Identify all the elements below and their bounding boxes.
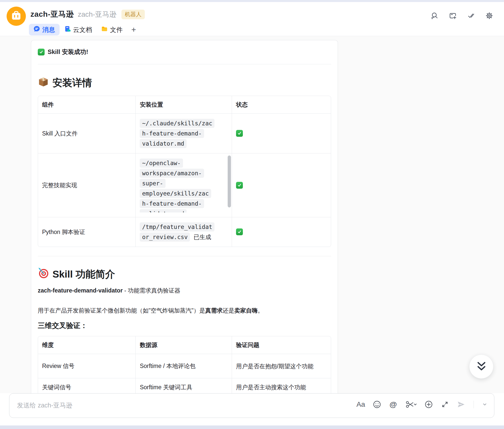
chat-bubble-icon: [33, 26, 40, 34]
table-row: Skill 入口文件 ~/.claude/skills/zac h-featur…: [38, 114, 331, 153]
briefcase-icon: [11, 10, 22, 22]
status-cell: [232, 114, 331, 153]
skill-name: zach-feature-demand-validator: [38, 287, 123, 294]
double-check-icon[interactable]: [467, 12, 475, 20]
emoji-icon[interactable]: [373, 400, 381, 409]
install-col-location: 安装位置: [136, 96, 232, 114]
code-chip: workspace/amazon-: [140, 169, 204, 178]
location-cell: ~/.claude/skills/zac h-feature-demand- v…: [136, 114, 232, 153]
settings-gear-icon[interactable]: [485, 12, 493, 20]
code-chip: /tmp/feature_validat: [140, 222, 214, 231]
table-row: Python 脚本验证 /tmp/feature_validat or_revi…: [38, 217, 331, 247]
code-chip: super-: [140, 179, 165, 188]
location-cell-scrollable[interactable]: ~/openclaw- workspace/amazon- super- emp…: [136, 153, 232, 217]
code-chip: h-feature-demand-: [140, 129, 204, 138]
dimension-cell: 关键词信号: [38, 378, 136, 394]
validation-col-dimension: 维度: [38, 336, 136, 354]
validation-col-source: 数据源: [136, 336, 232, 354]
validation-table: 维度 数据源 验证问题 Review 信号 Sorftime / 本地评论包 用…: [38, 336, 331, 394]
source-cell: Sorftime / 本地评论包: [136, 354, 232, 378]
chat-subtitle: zach-亚马逊: [78, 10, 116, 19]
description-text: 。: [258, 307, 263, 314]
tab-cloud-docs-label: 云文档: [73, 26, 92, 34]
code-chip: ~/.claude/skills/zac: [140, 119, 214, 128]
component-cell: Python 脚本验证: [38, 217, 136, 247]
table-row: 关键词信号 Sorftime 关键词工具 用户是否主动搜索这个功能: [38, 378, 331, 394]
search-icon[interactable]: [430, 12, 439, 20]
avatar[interactable]: [7, 7, 26, 26]
font-format-icon[interactable]: Aa: [356, 400, 365, 409]
folder-icon: [101, 26, 108, 34]
cell-scrollbar[interactable]: [228, 155, 231, 207]
component-cell: 完整技能实现: [38, 153, 136, 217]
install-details-title: 安装详情: [52, 76, 92, 90]
tab-bar: 消息 云文档: [29, 24, 136, 35]
divider: [38, 256, 331, 256]
description-bold: 卖家自嗨: [234, 307, 258, 314]
skill-name-line: zach-feature-demand-validator - 功能需求真伪验证…: [38, 287, 331, 295]
install-col-component: 组件: [38, 96, 136, 114]
status-cell: [232, 217, 331, 247]
chat-header: zach-亚马逊 zach-亚马逊 机器人 消息: [0, 2, 504, 36]
skill-description: 用于在产品开发前验证某个微创新功能（如"空气炸锅加蒸汽"）是真需求还是卖家自嗨。: [38, 306, 331, 315]
install-table: 组件 安装位置 状态 Skill 入口文件 ~/.claude/skills/z…: [38, 96, 331, 247]
description-text: 用于在产品开发前验证某个微创新功能（如"空气炸锅加蒸汽"）是: [38, 307, 205, 314]
app-window: zach-亚马逊 zach-亚马逊 机器人 消息: [0, 2, 504, 425]
skill-name-suffix: - 功能需求真伪验证器: [123, 287, 180, 294]
mention-icon[interactable]: @: [389, 400, 398, 409]
cloud-doc-icon: [64, 26, 71, 34]
description-bold: 真需求: [205, 307, 223, 314]
composer-placeholder: 发送给 zach-亚马逊: [17, 401, 72, 409]
code-chip: h-feature-demand-: [140, 199, 204, 208]
target-dart-icon: [38, 268, 49, 281]
code-chip: employee/skills/zac: [140, 189, 211, 198]
window-bottom-margin: [0, 425, 504, 429]
install-details-heading: 安装详情: [38, 76, 331, 90]
bot-message-card: Skill 安装成功! 安装详情: [31, 40, 338, 394]
screenshot-scissors-icon[interactable]: [405, 400, 417, 409]
component-cell: Skill 入口文件: [38, 114, 136, 153]
tab-messages[interactable]: 消息: [29, 24, 60, 35]
tab-files[interactable]: 文件: [97, 24, 127, 35]
tab-files-label: 文件: [110, 26, 123, 34]
send-options-chevron-icon[interactable]: [482, 400, 488, 409]
install-col-status: 状态: [232, 96, 331, 114]
question-cell: 用户是否主动搜索这个功能: [232, 378, 331, 394]
package-icon: [38, 76, 49, 90]
green-check-icon: [236, 228, 243, 235]
code-chip: ~/openclaw-: [140, 159, 183, 168]
bot-badge: 机器人: [121, 10, 145, 19]
table-row: 完整技能实现 ~/openclaw- workspace/amazon- sup…: [38, 153, 331, 217]
scroll-to-bottom-button[interactable]: [469, 355, 493, 379]
window-top-margin: [0, 0, 504, 2]
table-row: Review 信号 Sorftime / 本地评论包 用户是否在抱怨/期望这个功…: [38, 354, 331, 378]
location-cell: /tmp/feature_validat or_review.csv 已生成: [136, 217, 232, 247]
generated-label: 已生成: [194, 234, 211, 240]
validation-col-question: 验证问题: [232, 336, 331, 354]
install-success-line: Skill 安装成功!: [38, 48, 331, 56]
skill-intro-heading: Skill 功能简介: [38, 267, 331, 281]
add-tab-button[interactable]: +: [131, 25, 136, 34]
status-cell: [232, 153, 331, 217]
code-chip: validator.md: [140, 139, 186, 148]
skill-intro-title: Skill 功能简介: [52, 267, 115, 281]
add-circle-icon[interactable]: [424, 400, 433, 409]
expand-icon[interactable]: [441, 400, 449, 409]
message-list: Skill 安装成功! 安装详情: [0, 36, 504, 393]
new-chat-icon[interactable]: [449, 12, 457, 20]
code-chip: or_review.csv: [140, 232, 190, 242]
source-cell: Sorftime 关键词工具: [136, 378, 232, 394]
validation-subheading: 三维交叉验证：: [38, 321, 331, 330]
green-check-icon: [236, 182, 243, 189]
message-composer[interactable]: 发送给 zach-亚马逊 Aa @: [9, 393, 494, 418]
chat-title: zach-亚马逊: [30, 9, 74, 19]
divider: [474, 401, 474, 408]
install-success-text: Skill 安装成功!: [48, 48, 88, 56]
code-chip: validator.md: [140, 209, 186, 212]
dimension-cell: Review 信号: [38, 354, 136, 378]
description-text: 还是: [223, 307, 234, 314]
green-check-icon: [38, 49, 45, 55]
send-icon[interactable]: [457, 400, 465, 409]
divider: [38, 64, 331, 64]
tab-cloud-docs[interactable]: 云文档: [60, 24, 97, 35]
